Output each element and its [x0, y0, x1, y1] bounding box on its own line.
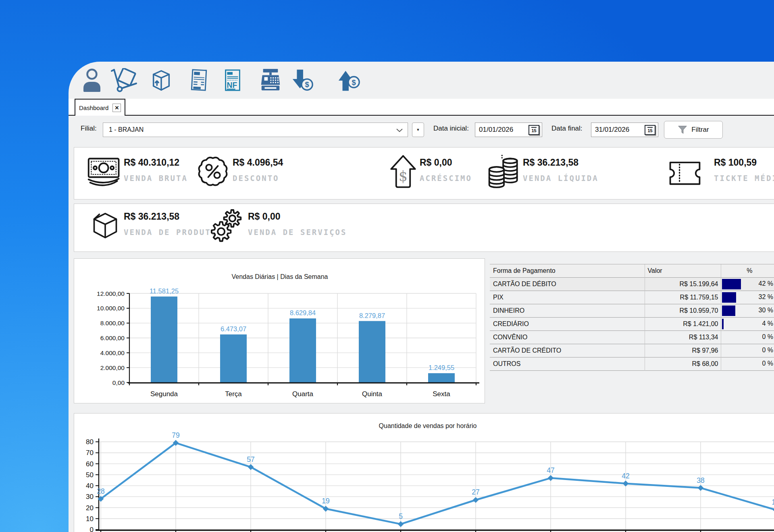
- line-chart-svg: Quantidade de vendas por horário01020304…: [74, 414, 774, 532]
- svg-text:30: 30: [86, 493, 94, 501]
- svg-text:57: 57: [247, 455, 254, 463]
- header-valor[interactable]: Valor: [645, 264, 721, 278]
- hand-truck-icon[interactable]: [110, 68, 139, 94]
- desktop-background: { "window": { "tab_label": "Dashboard" }…: [0, 0, 774, 532]
- table-row[interactable]: CONVÊNIOR$ 113,340 %: [490, 331, 774, 344]
- svg-text:12.000,00: 12.000,00: [97, 290, 125, 297]
- kpi-label: VENDA DE SERVIÇOS: [248, 228, 347, 237]
- box-icon[interactable]: [150, 68, 173, 94]
- kpi-value: R$ 36.213,58: [523, 157, 599, 168]
- payment-method-cell: CARTÃO DE DÉBITO: [490, 278, 645, 291]
- kpi-label: VENDA DE PRODUTOS: [124, 228, 223, 237]
- branch-label: Filial:: [81, 125, 97, 133]
- payment-value-cell: R$ 97,96: [645, 344, 721, 357]
- svg-text:Sexta: Sexta: [433, 390, 450, 398]
- svg-text:5: 5: [399, 512, 403, 520]
- svg-text:79: 79: [172, 431, 179, 439]
- caret-down-icon: ▼: [416, 128, 420, 132]
- svg-text:1.249,55: 1.249,55: [429, 364, 454, 371]
- kpi-panel-2: R$ 36.213,58 VENDA DE PRODUTOS R$ 0,00 V…: [74, 204, 774, 252]
- svg-text:Segunda: Segunda: [150, 390, 178, 398]
- date-start-input[interactable]: 01/01/2026 15: [475, 123, 542, 137]
- cash-register-icon[interactable]: [258, 68, 283, 94]
- table-row[interactable]: CARTÃO DE DÉBITOR$ 15.199,6442 %: [490, 278, 774, 291]
- nf-invoice-icon[interactable]: NF: [222, 68, 243, 94]
- branch-select[interactable]: 1 - BRAJAN: [103, 123, 408, 137]
- pct-bar: [722, 319, 724, 329]
- pct-label: 0 %: [762, 333, 773, 341]
- kpi-value: R$ 0,00: [420, 157, 472, 168]
- tab-label: Dashboard: [79, 104, 108, 111]
- header-forma-pagamento[interactable]: Forma de Pagamento: [490, 264, 645, 278]
- svg-text:8.000,00: 8.000,00: [100, 320, 125, 326]
- data-point: [398, 521, 404, 527]
- money-in-icon[interactable]: $: [290, 68, 314, 94]
- table-row[interactable]: DINHEIROR$ 10.959,7030 %: [490, 304, 774, 318]
- svg-text:50: 50: [86, 471, 94, 479]
- svg-text:Quantidade de vendas por horár: Quantidade de vendas por horário: [379, 422, 477, 429]
- header-pct[interactable]: %: [721, 264, 774, 278]
- branch-dropdown-button[interactable]: ▼: [412, 123, 424, 137]
- pct-label: 0 %: [762, 360, 773, 367]
- payment-pct-cell: 30 %: [721, 304, 774, 318]
- pct-label: 0 %: [762, 347, 773, 354]
- branch-value: 1 - BRAJAN: [109, 126, 144, 133]
- svg-text:2.000,00: 2.000,00: [100, 364, 125, 371]
- svg-text:70: 70: [86, 449, 94, 457]
- funnel-icon: [678, 125, 687, 135]
- payment-pct-cell: 4 %: [721, 318, 774, 331]
- kpi-label: VENDA LÍQUIDA: [523, 174, 599, 183]
- date-end-input[interactable]: 31/01/2026 15: [591, 123, 658, 137]
- svg-text:6.473,07: 6.473,07: [221, 325, 246, 332]
- payment-value-cell: R$ 10.959,70: [645, 304, 721, 318]
- payment-method-cell: DINHEIRO: [490, 304, 645, 318]
- table-header-row: Forma de Pagamento Valor %: [490, 264, 774, 278]
- svg-text:19: 19: [322, 497, 329, 505]
- date-end-label: Data final:: [551, 125, 583, 133]
- money-out-icon[interactable]: $: [337, 68, 361, 94]
- user-icon[interactable]: [81, 68, 103, 94]
- table-row[interactable]: CARTÃO DE CRÉDITOR$ 97,960 %: [490, 344, 774, 357]
- date-start-label: Data inicial:: [433, 125, 469, 133]
- svg-text:Quinta: Quinta: [362, 390, 383, 398]
- tab-dashboard[interactable]: Dashboard ✕: [75, 99, 125, 116]
- calendar-icon[interactable]: 15: [528, 125, 539, 135]
- data-point: [473, 497, 479, 503]
- svg-text:10.000,00: 10.000,00: [97, 305, 125, 312]
- svg-text:47: 47: [547, 466, 554, 474]
- kpi-label: VENDA BRUTA: [124, 174, 188, 183]
- pct-bar: [722, 305, 736, 316]
- kpi-value: R$ 4.096,54: [233, 157, 283, 168]
- svg-text:20: 20: [86, 504, 94, 512]
- svg-text:NF: NF: [227, 81, 237, 89]
- coin-stacks-icon: [486, 154, 523, 193]
- calendar-icon[interactable]: 15: [645, 125, 655, 135]
- invoice-icon[interactable]: [189, 68, 210, 94]
- svg-text:10: 10: [86, 515, 94, 523]
- payment-pct-cell: 0 %: [721, 357, 774, 371]
- kpi-label: ACRÉSCIMO: [420, 174, 472, 183]
- kpi-value: R$ 36.213,58: [124, 211, 223, 222]
- svg-text:38: 38: [697, 476, 704, 484]
- svg-text:8.279,87: 8.279,87: [359, 312, 385, 319]
- table-row[interactable]: OUTROSR$ 68,000 %: [490, 357, 774, 371]
- svg-text:42: 42: [622, 472, 629, 480]
- table-row[interactable]: PIXR$ 11.759,1532 %: [490, 291, 774, 304]
- bar-chart-svg: Vendas Diárias | Dias da Semana12.000,00…: [74, 259, 485, 403]
- svg-text:8.629,84: 8.629,84: [290, 309, 316, 316]
- ticket-icon: [666, 154, 703, 193]
- filter-bar: Filial: 1 - BRAJAN ▼ Data inicial: 01/01…: [69, 116, 774, 142]
- pct-label: 30 %: [759, 307, 773, 314]
- kpi-label: DESCONTO: [233, 174, 283, 183]
- filter-button[interactable]: Filtrar: [664, 121, 723, 139]
- payment-method-cell: CARTÃO DE CRÉDITO: [490, 344, 645, 357]
- payment-value-cell: R$ 113,34: [645, 331, 721, 344]
- kpi-value: R$ 40.310,12: [124, 157, 188, 168]
- table-row[interactable]: CREDIÁRIOR$ 1.421,004 %: [490, 318, 774, 331]
- close-icon[interactable]: ✕: [112, 104, 121, 112]
- pct-bar: [722, 292, 737, 303]
- hourly-sales-line-chart: Quantidade de vendas por horário01020304…: [74, 413, 774, 532]
- pct-bar: [722, 279, 741, 289]
- bar-Segunda: [151, 297, 177, 382]
- kpi-value: R$ 100,59: [714, 157, 774, 168]
